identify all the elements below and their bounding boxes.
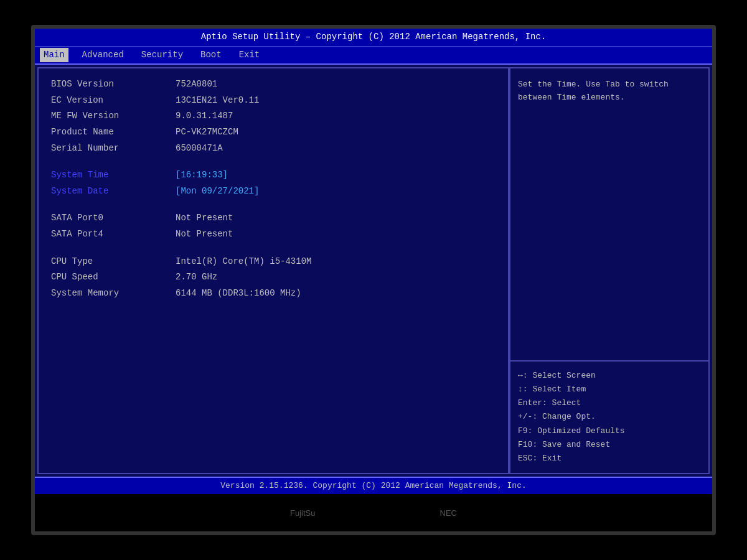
bios-version-label: BIOS Version xyxy=(51,78,176,91)
brand-nec: NEC xyxy=(440,508,457,518)
system-time-row[interactable]: System Time [16:19:33] xyxy=(51,169,496,182)
menu-item-boot[interactable]: Boot xyxy=(197,48,225,63)
serial-number-value: 65000471A xyxy=(176,142,223,155)
serial-number-row: Serial Number 65000471A xyxy=(51,142,496,155)
serial-number-label: Serial Number xyxy=(51,142,176,155)
footer-bar: Version 2.15.1236. Copyright (C) 2012 Am… xyxy=(35,477,712,494)
sata-port4-label: SATA Port4 xyxy=(51,228,176,241)
cpu-type-value: Intel(R) Core(TM) i5-4310M xyxy=(176,256,311,268)
menu-bar: Main Advanced Security Boot Exit xyxy=(35,47,712,65)
cpu-type-label: CPU Type xyxy=(51,256,176,268)
shortcut-f10: F10: Save and Reset xyxy=(518,438,701,452)
left-panel: BIOS Version 752A0801 EC Version 13C1EN2… xyxy=(39,68,509,473)
system-memory-value: 6144 MB (DDR3L:1600 MHz) xyxy=(176,287,301,300)
system-memory-label: System Memory xyxy=(51,287,176,300)
product-name-label: Product Name xyxy=(51,126,176,139)
main-content: BIOS Version 752A0801 EC Version 13C1EN2… xyxy=(37,67,710,474)
cpu-speed-label: CPU Speed xyxy=(51,271,176,284)
system-time-label: System Time xyxy=(51,169,176,182)
brand-fujitsu: FujitSu xyxy=(290,508,315,518)
product-name-value: PC-VK27MCZCM xyxy=(176,126,238,139)
system-date-label: System Date xyxy=(51,185,176,198)
bios-version-row: BIOS Version 752A0801 xyxy=(51,78,496,91)
system-time-value[interactable]: [16:19:33] xyxy=(176,169,228,182)
menu-item-security[interactable]: Security xyxy=(138,48,187,63)
sata-port4-value: Not Present xyxy=(176,228,233,241)
me-fw-version-row: ME FW Version 9.0.31.1487 xyxy=(51,110,496,123)
sata-port0-value: Not Present xyxy=(176,212,233,225)
sata-port0-row: SATA Port0 Not Present xyxy=(51,212,496,225)
ec-version-row: EC Version 13C1EN21 Ver0.11 xyxy=(51,95,496,107)
menu-item-exit[interactable]: Exit xyxy=(235,48,264,63)
shortcut-esc: ESC: Exit xyxy=(518,452,701,465)
menu-item-main[interactable]: Main xyxy=(40,48,68,63)
sata-port4-row: SATA Port4 Not Present xyxy=(51,228,496,241)
shortcut-f9: F9: Optimized Defaults xyxy=(518,424,701,438)
cpu-type-row: CPU Type Intel(R) Core(TM) i5-4310M xyxy=(51,256,496,268)
help-text: Set the Time. Use Tab to switch between … xyxy=(510,68,708,362)
cpu-speed-row: CPU Speed 2.70 GHz xyxy=(51,271,496,284)
system-date-value[interactable]: [Mon 09/27/2021] xyxy=(176,185,259,198)
shortcut-select-item: ↕: Select Item xyxy=(518,383,701,396)
ec-version-value: 13C1EN21 Ver0.11 xyxy=(176,95,259,107)
shortcut-enter: Enter: Select xyxy=(518,396,701,410)
sata-port0-label: SATA Port0 xyxy=(51,212,176,225)
bottom-brand: FujitSu NEC xyxy=(35,494,712,531)
shortcut-select-screen: ↔: Select Screen xyxy=(518,369,701,383)
menu-item-advanced[interactable]: Advanced xyxy=(78,48,128,63)
right-panel: Set the Time. Use Tab to switch between … xyxy=(509,68,708,473)
shortcut-change-opt: +/-: Change Opt. xyxy=(518,410,701,424)
ec-version-label: EC Version xyxy=(51,95,176,107)
product-name-row: Product Name PC-VK27MCZCM xyxy=(51,126,496,139)
system-date-row[interactable]: System Date [Mon 09/27/2021] xyxy=(51,185,496,198)
cpu-speed-value: 2.70 GHz xyxy=(176,271,217,284)
me-fw-value: 9.0.31.1487 xyxy=(176,110,233,123)
me-fw-label: ME FW Version xyxy=(51,110,176,123)
bios-version-value: 752A0801 xyxy=(176,78,217,91)
system-memory-row: System Memory 6144 MB (DDR3L:1600 MHz) xyxy=(51,287,496,300)
title-bar: Aptio Setup Utility – Copyright (C) 2012… xyxy=(35,29,712,47)
key-shortcuts: ↔: Select Screen ↕: Select Item Enter: S… xyxy=(510,362,708,473)
